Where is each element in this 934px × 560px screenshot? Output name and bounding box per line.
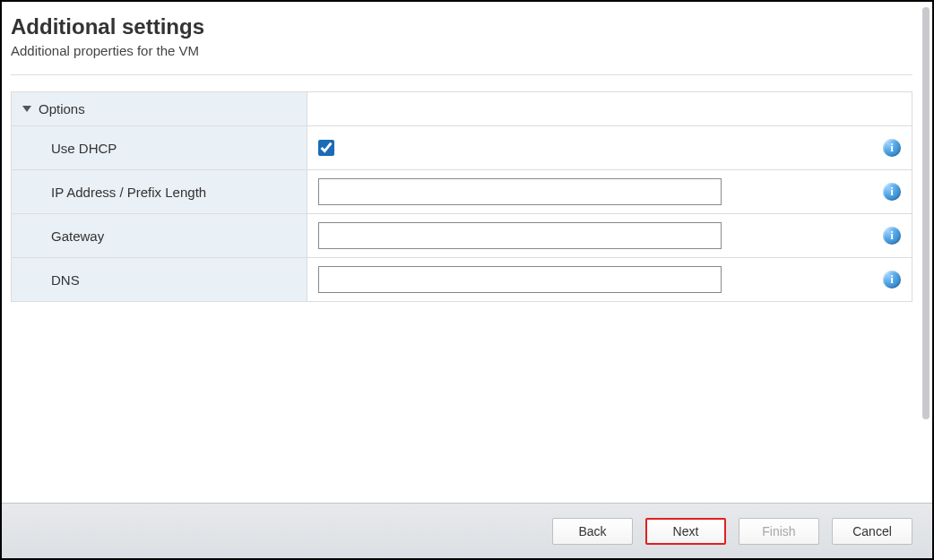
content-area: Additional settings Additional propertie… [2, 2, 921, 504]
row-use-dhcp: Use DHCP [12, 126, 912, 170]
label-ip-address: IP Address / Prefix Length [12, 172, 307, 212]
section-title: Options [39, 101, 85, 116]
info-icon[interactable] [883, 227, 901, 245]
use-dhcp-checkbox[interactable] [318, 140, 334, 156]
scrollbar[interactable] [921, 4, 930, 425]
back-button[interactable]: Back [552, 518, 633, 545]
label-gateway: Gateway [12, 216, 307, 256]
cancel-button[interactable]: Cancel [832, 518, 912, 545]
page-title: Additional settings [11, 9, 912, 43]
chevron-down-icon [22, 106, 31, 112]
gateway-input[interactable] [318, 222, 722, 249]
row-dns: DNS [12, 258, 912, 302]
ip-address-input[interactable] [318, 178, 722, 205]
options-table: Options Use DHCP IP Address / Prefix Len… [11, 91, 912, 302]
dns-input[interactable] [318, 266, 722, 293]
row-ip-address: IP Address / Prefix Length [12, 170, 912, 214]
info-icon[interactable] [883, 271, 901, 289]
row-gateway: Gateway [12, 214, 912, 258]
page-subtitle: Additional properties for the VM [11, 43, 912, 69]
section-header-row[interactable]: Options [12, 92, 912, 126]
label-dns: DNS [12, 260, 307, 300]
next-button[interactable]: Next [645, 518, 726, 545]
info-icon[interactable] [883, 183, 901, 201]
info-icon[interactable] [883, 139, 901, 157]
finish-button: Finish [739, 518, 819, 545]
divider [11, 74, 912, 75]
footer-bar: Back Next Finish Cancel [2, 503, 932, 558]
section-header-value [307, 92, 912, 126]
label-use-dhcp: Use DHCP [12, 128, 307, 168]
scrollbar-thumb[interactable] [922, 7, 930, 419]
dialog-frame: Additional settings Additional propertie… [0, 0, 934, 560]
